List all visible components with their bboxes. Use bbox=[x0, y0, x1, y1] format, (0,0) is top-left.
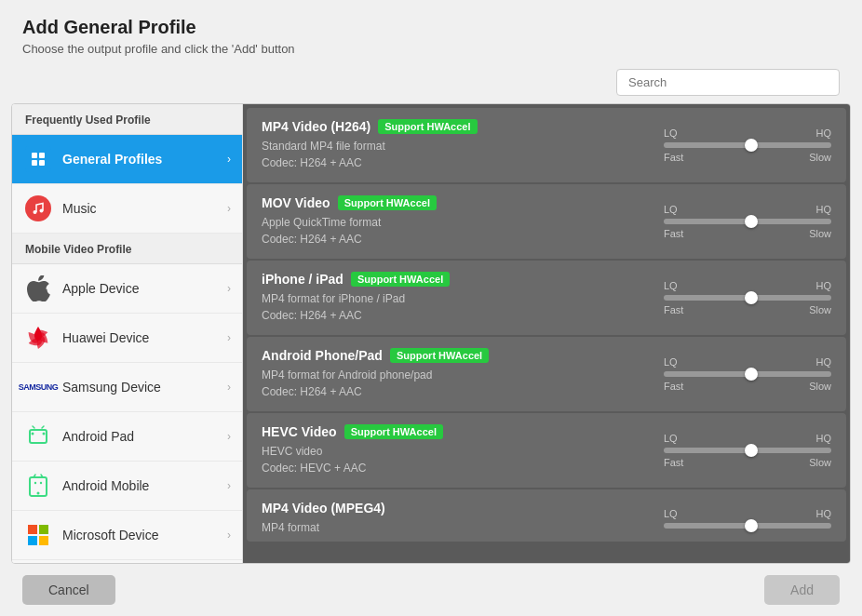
svg-point-8 bbox=[43, 433, 46, 435]
quality-slider-iphone[interactable] bbox=[664, 295, 831, 301]
svg-rect-0 bbox=[32, 153, 37, 158]
sidebar-item-microsoft-device[interactable]: Microsoft Device › bbox=[12, 511, 242, 560]
svg-rect-6 bbox=[30, 430, 47, 443]
hq-label-iphone: HQ bbox=[816, 280, 832, 291]
sidebar-item-android-mobile[interactable]: Android Mobile › bbox=[12, 462, 242, 511]
profile-name-mpeg4: MP4 Video (MPEG4) bbox=[262, 501, 385, 516]
dialog-header: Add General Profile Choose the output pr… bbox=[0, 0, 862, 61]
svg-point-5 bbox=[40, 209, 44, 213]
mobile-video-header: Mobile Video Profile bbox=[12, 234, 242, 264]
profile-quality-iphone: LQ HQ Fast Slow bbox=[645, 280, 831, 315]
sidebar-item-label-music: Music bbox=[62, 201, 227, 216]
lq-label-iphone: LQ bbox=[664, 280, 678, 291]
hwaccel-badge-hevc: Support HWAccel bbox=[344, 424, 443, 439]
android-mobile-icon bbox=[23, 471, 53, 501]
profile-desc2: Codec: H264 + AAC bbox=[262, 154, 645, 171]
search-input[interactable] bbox=[616, 69, 840, 96]
slow-label-mov: Slow bbox=[809, 228, 831, 239]
profile-name-android: Android Phone/Pad bbox=[262, 348, 383, 363]
sidebar-item-label-general: General Profiles bbox=[62, 152, 227, 167]
profile-quality-android: LQ HQ Fast Slow bbox=[645, 356, 831, 392]
profile-name-row-hevc: HEVC Video Support HWAccel bbox=[262, 424, 645, 439]
chevron-right-icon-android-mobile: › bbox=[227, 479, 231, 492]
dialog-footer: Cancel Add bbox=[0, 564, 862, 616]
fast-label-hevc: Fast bbox=[664, 457, 683, 468]
chevron-right-icon-samsung: › bbox=[227, 381, 231, 394]
profile-info-iphone: iPhone / iPad Support HWAccel MP4 format… bbox=[262, 272, 645, 324]
lq-label-android: LQ bbox=[664, 356, 678, 368]
profile-card-android[interactable]: Android Phone/Pad Support HWAccel MP4 fo… bbox=[247, 337, 846, 411]
microsoft-icon bbox=[23, 520, 53, 550]
profile-name-row-iphone: iPhone / iPad Support HWAccel bbox=[262, 272, 645, 287]
profile-info-mov: MOV Video Support HWAccel Apple QuickTim… bbox=[262, 195, 645, 248]
svg-point-13 bbox=[34, 482, 36, 484]
slow-label-iphone: Slow bbox=[809, 304, 831, 315]
sidebar-item-apple-device[interactable]: Apple Device › bbox=[12, 264, 242, 314]
lq-label: LQ bbox=[664, 127, 678, 139]
quality-slider-mpeg4[interactable] bbox=[664, 523, 831, 529]
sidebar-item-label-microsoft: Microsoft Device bbox=[62, 528, 227, 542]
quality-thumb-mpeg4[interactable] bbox=[745, 519, 758, 532]
android-pad-icon bbox=[23, 422, 53, 451]
chevron-right-icon: › bbox=[227, 153, 231, 166]
quality-labels: LQ HQ bbox=[664, 127, 831, 139]
profile-quality-hevc: LQ HQ Fast Slow bbox=[645, 433, 831, 468]
profiles-list: MP4 Video (H264) Support HWAccel Standar… bbox=[243, 104, 850, 563]
sidebar-item-label-samsung: Samsung Device bbox=[62, 380, 227, 395]
search-row bbox=[0, 61, 862, 103]
profile-card-mov[interactable]: MOV Video Support HWAccel Apple QuickTim… bbox=[247, 184, 846, 259]
svg-rect-18 bbox=[39, 536, 48, 545]
profile-name-row-android: Android Phone/Pad Support HWAccel bbox=[262, 348, 645, 363]
dialog-title: Add General Profile bbox=[22, 17, 840, 38]
quality-thumb-android[interactable] bbox=[745, 368, 758, 381]
profile-desc1-mpeg4: MP4 format bbox=[262, 519, 645, 536]
sidebar-item-sony-device[interactable]: Sony Device › bbox=[12, 560, 242, 563]
huawei-icon bbox=[23, 323, 53, 353]
profile-card-mp4-h264[interactable]: MP4 Video (H264) Support HWAccel Standar… bbox=[247, 108, 846, 182]
profile-quality-mpeg4: LQ HQ bbox=[645, 508, 831, 529]
profile-card-hevc[interactable]: HEVC Video Support HWAccel HEVC video Co… bbox=[247, 413, 846, 488]
cancel-button[interactable]: Cancel bbox=[22, 575, 115, 605]
profile-card-mpeg4[interactable]: MP4 Video (MPEG4) MP4 format LQ HQ bbox=[247, 489, 846, 542]
quality-slider-hevc[interactable] bbox=[664, 448, 831, 453]
quality-thumb[interactable] bbox=[745, 139, 758, 152]
lq-label-mov: LQ bbox=[664, 204, 678, 215]
hwaccel-badge-iphone: Support HWAccel bbox=[351, 272, 450, 287]
add-button[interactable]: Add bbox=[764, 575, 840, 605]
fast-label: Fast bbox=[664, 152, 683, 163]
profile-card-iphone[interactable]: iPhone / iPad Support HWAccel MP4 format… bbox=[247, 261, 846, 335]
sidebar-item-samsung-device[interactable]: SAMSUNG Samsung Device › bbox=[12, 363, 242, 412]
slow-label-android: Slow bbox=[809, 381, 831, 392]
profile-name-row-mpeg4: MP4 Video (MPEG4) bbox=[262, 501, 645, 516]
profile-name-iphone: iPhone / iPad bbox=[262, 272, 343, 287]
quality-thumb-hevc[interactable] bbox=[745, 444, 758, 457]
profile-name-row: MP4 Video (H264) Support HWAccel bbox=[262, 119, 645, 134]
svg-rect-1 bbox=[39, 153, 45, 158]
svg-point-10 bbox=[37, 492, 40, 495]
hq-label: HQ bbox=[816, 127, 832, 139]
sidebar-item-android-pad[interactable]: Android Pad › bbox=[12, 412, 242, 462]
quality-thumb-iphone[interactable] bbox=[745, 291, 758, 304]
quality-thumb-mov[interactable] bbox=[745, 215, 758, 228]
svg-point-14 bbox=[40, 482, 42, 484]
profile-name: MP4 Video (H264) bbox=[262, 119, 370, 134]
chevron-right-icon-music: › bbox=[227, 202, 231, 215]
frequently-used-header: Frequently Used Profile bbox=[12, 104, 242, 135]
sidebar-item-music[interactable]: Music › bbox=[12, 184, 242, 234]
quality-slider-android[interactable] bbox=[664, 371, 831, 377]
sidebar-item-general-profiles[interactable]: General Profiles › bbox=[12, 135, 242, 184]
profile-desc2-android: Codec: H264 + AAC bbox=[262, 383, 645, 400]
fast-label-iphone: Fast bbox=[664, 304, 683, 315]
profile-info-mpeg4: MP4 Video (MPEG4) MP4 format bbox=[262, 501, 645, 536]
sidebar-item-huawei-device[interactable]: Huawei Device › bbox=[12, 314, 242, 363]
fast-label-android: Fast bbox=[664, 381, 683, 392]
lq-label-mpeg4: LQ bbox=[664, 508, 678, 519]
quality-slider[interactable] bbox=[664, 142, 831, 148]
quality-slider-mov[interactable] bbox=[664, 219, 831, 224]
profile-desc2-hevc: Codec: HEVC + AAC bbox=[262, 460, 645, 476]
hq-label-mpeg4: HQ bbox=[816, 508, 832, 519]
profile-info-hevc: HEVC Video Support HWAccel HEVC video Co… bbox=[262, 424, 645, 476]
slow-label-hevc: Slow bbox=[809, 457, 831, 468]
profile-name-mov: MOV Video bbox=[262, 195, 330, 210]
svg-rect-2 bbox=[32, 160, 37, 166]
